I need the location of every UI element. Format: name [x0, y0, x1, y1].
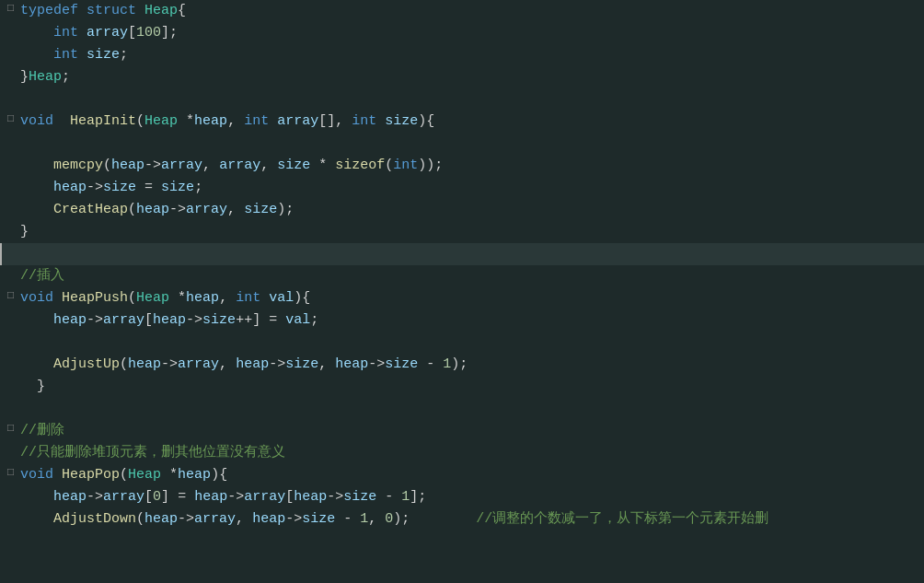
line-16 — [0, 332, 924, 354]
line-13: //插入 — [0, 265, 924, 287]
line-9: heap->size = size; — [0, 177, 924, 199]
line-21: //只能删除堆顶元素，删其他位置没有意义 — [0, 442, 924, 464]
line-5 — [0, 88, 924, 111]
fold-16 — [7, 332, 20, 349]
line-5-content — [20, 88, 924, 111]
fold-11 — [7, 221, 20, 239]
fold-20[interactable]: □ — [7, 420, 20, 437]
fold-3 — [7, 44, 20, 62]
fold-6[interactable]: □ — [7, 111, 20, 128]
fold-24 — [7, 508, 20, 526]
fold-23 — [7, 486, 20, 504]
line-14-content: void HeapPush(Heap *heap, int val){ — [20, 287, 924, 309]
code-editor: □ typedef struct Heap{ int array[100]; i… — [0, 0, 924, 583]
fold-18 — [7, 376, 20, 393]
line-22: □ void HeapPop(Heap *heap){ — [0, 464, 924, 486]
line-6-content: void HeapInit(Heap *heap, int array[], i… — [20, 111, 924, 133]
line-9-content: heap->size = size; — [20, 177, 924, 199]
line-10-content: CreatHeap(heap->array, size); — [20, 199, 924, 221]
line-18-content: } — [20, 376, 924, 398]
line-24: AdjustDown(heap->array, heap->size - 1, … — [0, 508, 924, 531]
fold-5 — [7, 88, 20, 106]
line-3: int size; — [0, 44, 924, 66]
line-7-content — [20, 133, 924, 155]
fold-19 — [7, 398, 20, 415]
fold-4 — [7, 66, 20, 84]
line-8: memcpy(heap->array, array, size * sizeof… — [0, 155, 924, 177]
line-20: □ //删除 — [0, 420, 924, 442]
fold-14[interactable]: □ — [7, 287, 20, 305]
line-15: heap->array[heap->size++] = val; — [0, 309, 924, 332]
fold-9 — [7, 177, 20, 194]
line-19 — [0, 398, 924, 420]
fold-7 — [7, 133, 20, 150]
line-18: } — [0, 376, 924, 398]
line-19-content — [20, 398, 924, 420]
line-11-content: } — [20, 221, 924, 243]
line-21-content: //只能删除堆顶元素，删其他位置没有意义 — [20, 442, 924, 464]
fold-13 — [7, 265, 20, 283]
line-2: int array[100]; — [0, 22, 924, 44]
line-6: □ void HeapInit(Heap *heap, int array[],… — [0, 111, 924, 133]
fold-10 — [7, 199, 20, 216]
line-12-content — [22, 243, 924, 265]
fold-15 — [7, 309, 20, 327]
line-7 — [0, 133, 924, 155]
line-14: □ void HeapPush(Heap *heap, int val){ — [0, 287, 924, 309]
line-8-content: memcpy(heap->array, array, size * sizeof… — [20, 155, 924, 177]
fold-12 — [9, 243, 22, 261]
line-1: □ typedef struct Heap{ — [0, 0, 924, 22]
line-20-content: //删除 — [20, 420, 924, 442]
line-16-content — [20, 332, 924, 354]
line-17: AdjustUp(heap->array, heap->size, heap->… — [0, 354, 924, 376]
line-2-content: int array[100]; — [20, 22, 924, 44]
line-4-content: }Heap; — [20, 66, 924, 88]
line-17-content: AdjustUp(heap->array, heap->size, heap->… — [20, 354, 924, 376]
fold-22[interactable]: □ — [7, 464, 20, 482]
line-24-content: AdjustDown(heap->array, heap->size - 1, … — [20, 508, 924, 531]
fold-8 — [7, 155, 20, 172]
line-23-content: heap->array[0] = heap->array[heap->size … — [20, 486, 924, 508]
line-10: CreatHeap(heap->array, size); — [0, 199, 924, 221]
line-1-content: typedef struct Heap{ — [20, 0, 924, 22]
line-11: } — [0, 221, 924, 243]
line-23: heap->array[0] = heap->array[heap->size … — [0, 486, 924, 508]
line-22-content: void HeapPop(Heap *heap){ — [20, 464, 924, 486]
fold-17 — [7, 354, 20, 371]
fold-2 — [7, 22, 20, 40]
line-3-content: int size; — [20, 44, 924, 66]
line-4: }Heap; — [0, 66, 924, 88]
fold-21 — [7, 442, 20, 460]
line-15-content: heap->array[heap->size++] = val; — [20, 309, 924, 332]
line-12 — [0, 243, 924, 265]
fold-1[interactable]: □ — [7, 0, 20, 17]
line-13-content: //插入 — [20, 265, 924, 287]
